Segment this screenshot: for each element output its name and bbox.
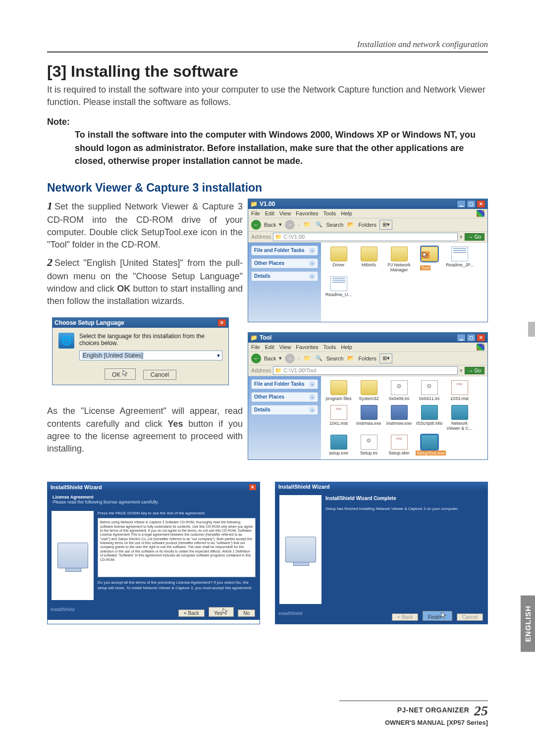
menu-edit[interactable]: Edit	[265, 344, 274, 350]
views-icon[interactable]: ⊞▾	[379, 220, 392, 230]
file-item[interactable]: Readme_U...	[325, 276, 352, 297]
cursor-icon	[441, 612, 447, 619]
search-icon[interactable]: 🔍	[315, 220, 323, 229]
file-item[interactable]: Readme_JP...	[446, 247, 473, 272]
finish-button[interactable]: Finish	[423, 611, 453, 621]
close-icon[interactable]: ✕	[217, 319, 226, 327]
page-title: [3] Installing the software	[47, 62, 488, 81]
ok-button[interactable]: OK	[105, 368, 136, 380]
chevron-down-icon: ▾	[217, 352, 220, 359]
intro-paragraph: It is required to install the software i…	[47, 84, 488, 108]
menu-tools[interactable]: Tools	[323, 344, 336, 350]
minimize-icon[interactable]: ▁	[457, 334, 466, 342]
wizard1-footer: InstallShield < Back Yes No	[48, 604, 260, 620]
page-edge-marker	[528, 322, 535, 337]
close-icon[interactable]: ✕	[249, 484, 257, 491]
folders-icon[interactable]: 📂	[346, 220, 355, 229]
close-icon[interactable]: ✕	[477, 200, 485, 208]
go-button[interactable]: → Go	[465, 233, 484, 241]
file-item[interactable]: Tool	[416, 247, 443, 272]
views-icon[interactable]: ⊞▾	[379, 353, 392, 363]
file-item[interactable]: instmsiw.exe	[385, 405, 413, 431]
up-folder-icon[interactable]: 📁	[303, 220, 312, 229]
back-button[interactable]: ←	[251, 353, 261, 363]
side-file-folder-tasks[interactable]: File and Folder Tasks⌄	[251, 246, 318, 255]
back-button[interactable]: < Back	[178, 609, 205, 617]
address-field[interactable]: 📁 C:\V1.00\Tool	[273, 366, 458, 375]
cursor-icon	[422, 252, 429, 258]
folder-icon: 📁	[250, 201, 258, 207]
msi-icon	[330, 405, 347, 420]
maximize-icon[interactable]: ▢	[467, 334, 476, 342]
file-item[interactable]: Driver	[325, 247, 352, 272]
file-item[interactable]: 0x0409.ini	[385, 380, 413, 401]
file-item[interactable]: instmsia.exe	[355, 405, 382, 431]
cancel-button[interactable]: Cancel	[143, 370, 176, 380]
file-item[interactable]: Setup.ini	[355, 435, 382, 455]
search-label: Search	[326, 355, 344, 361]
explorer1-addressbar: Address 📁 C:\V1.00 ▾ → Go	[248, 232, 487, 243]
maximize-icon[interactable]: ▢	[467, 200, 476, 208]
file-item[interactable]: MibInfo	[355, 247, 382, 272]
license-text-box[interactable]: Before using Network Viewer & Capture 3 …	[98, 518, 256, 577]
language-select-value: English [United States]	[82, 352, 144, 359]
side-details[interactable]: Details⌄	[251, 405, 318, 415]
step-1: 1Set the supplied Network Viewer & Captu…	[47, 199, 243, 251]
menu-help[interactable]: Help	[341, 210, 352, 216]
search-icon[interactable]: 🔍	[315, 354, 323, 363]
no-button[interactable]: No	[238, 609, 255, 617]
menu-favorites[interactable]: Favorites	[296, 210, 318, 216]
side-other-places[interactable]: Other Places⌄	[251, 258, 318, 268]
yes-button[interactable]: Yes	[209, 607, 233, 617]
file-label: Driver	[333, 262, 345, 267]
file-label: 0x0411.ini	[419, 396, 439, 401]
file-item[interactable]: setup.exe	[325, 435, 352, 455]
file-item[interactable]: Setup.skin	[385, 435, 413, 455]
menu-favorites[interactable]: Favorites	[296, 344, 318, 350]
file-item[interactable]: program files	[325, 380, 352, 401]
close-icon[interactable]: ✕	[477, 334, 485, 342]
forward-button[interactable]: →	[285, 353, 295, 363]
file-label: PJ Network Manager	[387, 262, 410, 272]
menu-view[interactable]: View	[279, 344, 291, 350]
file-item[interactable]: System32	[355, 380, 382, 401]
side-file-folder-tasks[interactable]: File and Folder Tasks⌄	[251, 379, 318, 389]
file-item[interactable]: 1033.mst	[446, 380, 473, 401]
file-label: 1041.mst	[329, 421, 348, 426]
menu-file[interactable]: File	[251, 344, 260, 350]
menu-help[interactable]: Help	[341, 344, 352, 350]
installshield-brand: InstallShield	[51, 607, 75, 612]
wizard2-title: InstallShield Wizard	[278, 484, 330, 490]
file-item[interactable]: Network Viewer & C...	[446, 405, 473, 431]
language-select[interactable]: English [United States] ▾	[79, 351, 222, 360]
menu-tools[interactable]: Tools	[323, 210, 336, 216]
up-folder-icon[interactable]: 📁	[303, 354, 312, 363]
menu-edit[interactable]: Edit	[265, 210, 274, 216]
file-item[interactable]: 0x0411.ini	[416, 380, 443, 401]
file-label: Network Viewer & C...	[446, 421, 472, 431]
page-number: 25	[474, 703, 488, 718]
menu-view[interactable]: View	[279, 210, 291, 216]
back-button: < Back	[392, 613, 418, 621]
folders-icon[interactable]: 📂	[346, 354, 355, 363]
wizard1-header: License Agreement Please read the follow…	[48, 492, 260, 507]
folder-icon	[361, 380, 377, 395]
file-item[interactable]: PJ Network Manager	[385, 247, 413, 272]
file-item[interactable]: 1041.mst	[325, 405, 352, 431]
explorer2-titlebar: 📁 Tool ▁ ▢ ✕	[248, 333, 487, 343]
address-field[interactable]: 📁 C:\V1.00	[273, 233, 458, 241]
go-button[interactable]: → Go	[465, 367, 484, 374]
forward-button[interactable]: →	[285, 220, 295, 230]
side-other-places[interactable]: Other Places⌄	[251, 392, 318, 402]
chevron-icon: ⌄	[309, 260, 315, 266]
chevron-icon: ⌄	[309, 248, 315, 253]
file-item[interactable]: ISScript8.Msi	[416, 405, 443, 431]
file-item[interactable]: SetupTool.exe	[416, 435, 443, 455]
side-details[interactable]: Details⌄	[251, 271, 318, 281]
chevron-icon: ⌄	[309, 407, 315, 413]
minimize-icon[interactable]: ▁	[457, 200, 466, 208]
msi-icon	[451, 380, 468, 395]
menu-file[interactable]: File	[251, 210, 260, 216]
back-button[interactable]: ←	[251, 220, 261, 230]
windows-flag-icon	[477, 344, 484, 351]
